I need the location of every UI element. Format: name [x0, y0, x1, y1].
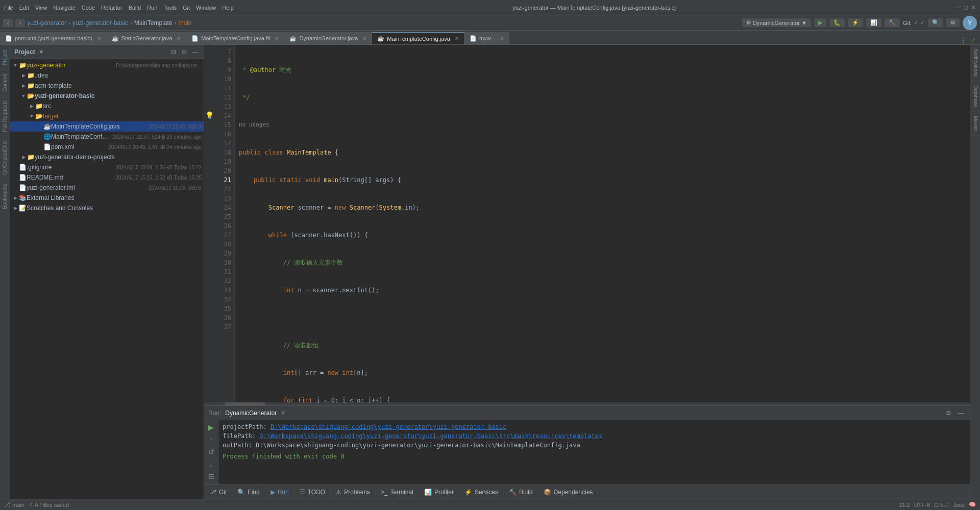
tab-myw[interactable]: 📄 myw... ✕: [464, 32, 509, 44]
tree-item-basic[interactable]: ▼ 📂 yuzi-generator-basic: [10, 91, 204, 101]
bottom-tab-build[interactable]: 🔨 Build: [504, 485, 538, 499]
menu-edit[interactable]: Edit: [19, 5, 29, 11]
tree-item-scratches[interactable]: ▶ 📝 Scratches and Consoles: [10, 203, 204, 213]
search-everywhere-button[interactable]: 🔍: [928, 18, 943, 27]
run-path-link-1[interactable]: D:\Workspace\shiguang-coding\yuzi-genera…: [271, 423, 506, 430]
tree-item-main-config[interactable]: ☕ MainTemplateConfig.java 2024/6/17 22:4…: [10, 121, 204, 132]
tree-item-src[interactable]: ▶ 📁 src: [10, 101, 204, 111]
menu-file[interactable]: File: [4, 5, 13, 11]
menu-navigate[interactable]: Navigate: [53, 5, 75, 11]
window-close[interactable]: ✕: [971, 4, 976, 11]
menu-run[interactable]: Run: [147, 5, 157, 11]
status-encoding[interactable]: UTF-8: [914, 502, 930, 508]
run-config-name[interactable]: DynamicGenerator: [225, 410, 277, 417]
menu-git[interactable]: Git: [183, 5, 190, 11]
left-tab-commit[interactable]: Commit: [1, 69, 9, 95]
menu-window[interactable]: Window: [196, 5, 216, 11]
left-tab-pull-requests[interactable]: Pull Requests: [1, 96, 9, 136]
settings-button[interactable]: ⚙: [946, 18, 960, 27]
debug-button[interactable]: 🐛: [829, 18, 845, 27]
tab-static-generator[interactable]: ☕ StaticGenerator.java ✕: [107, 32, 187, 44]
tree-item-gitignore[interactable]: 📄 .gitignore 2024/6/17 15:09, 2.56 kB To…: [10, 162, 204, 172]
menu-refactor[interactable]: Refactor: [101, 5, 122, 11]
breadcrumb-method[interactable]: main: [178, 19, 191, 27]
tree-item-html[interactable]: 🌐 MainTemplateConfig.html 2024/6/17 21:3…: [10, 132, 204, 142]
right-tab-database[interactable]: Database: [970, 81, 980, 112]
bottom-tab-profiler[interactable]: 📊 Profiler: [419, 485, 459, 499]
bottom-tab-run[interactable]: ▶ Run: [265, 485, 295, 499]
left-tab-bookmarks[interactable]: Bookmarks: [1, 179, 9, 213]
menu-view[interactable]: View: [35, 5, 47, 11]
user-avatar[interactable]: Y: [963, 16, 977, 30]
run-tab-close[interactable]: ✕: [281, 410, 285, 416]
tab-close-ftl[interactable]: ✕: [275, 36, 279, 41]
status-file-type[interactable]: Java: [953, 502, 965, 508]
lightbulb-icon[interactable]: 💡: [205, 111, 214, 119]
status-line-sep[interactable]: CRLF: [934, 502, 949, 508]
run-settings-btn[interactable]: ⚙: [944, 409, 953, 418]
menu-bar[interactable]: File Edit View Navigate Code Refactor Bu…: [4, 5, 234, 11]
tab-close-main[interactable]: ✕: [455, 36, 459, 41]
run-play-btn[interactable]: ▶: [207, 422, 215, 432]
tree-item-target[interactable]: ▼ 📂 target: [10, 111, 204, 121]
tree-item-demo[interactable]: ▶ 📁 yuzi-generator-demo-projects: [10, 152, 204, 162]
left-tab-project[interactable]: Project: [1, 45, 9, 69]
panel-settings[interactable]: ⚙: [180, 48, 188, 56]
coverage-button[interactable]: ⚡: [848, 18, 863, 27]
run-scroll-btn[interactable]: ⊟: [207, 471, 215, 481]
tree-item-external-libs[interactable]: ▶ 📚 External Libraries: [10, 193, 204, 203]
profile-button[interactable]: 📊: [866, 18, 881, 27]
bottom-tab-find[interactable]: 🔍 Find: [232, 485, 265, 499]
bottom-tab-services[interactable]: ⚡ Services: [459, 485, 504, 499]
run-path-link-2[interactable]: D:\Workspace\shiguang-coding\yuzi-genera…: [259, 432, 602, 440]
tab-main-template-config[interactable]: ☕ MainTemplateConfig.java ✕: [372, 32, 464, 44]
left-tab-copilot[interactable]: Git/CopilotChat: [1, 136, 9, 179]
tree-item-acm[interactable]: ▶ 📁 acm-template: [10, 81, 204, 91]
code-content[interactable]: * @author 时光 */ no usages public class M…: [235, 45, 970, 402]
tree-item-idea[interactable]: ▶ 📁 .idea: [10, 70, 204, 81]
bottom-tab-dependencies[interactable]: 📦 Dependencies: [538, 485, 599, 499]
tree-item-readme[interactable]: 📄 README.md 2024/6/17 15:25, 2.52 kB Tod…: [10, 172, 204, 183]
back-button[interactable]: ‹: [3, 19, 13, 27]
tab-dynamic-generator[interactable]: ☕ DynamicGenerator.java ✕: [284, 32, 372, 44]
status-memory[interactable]: 🧠: [969, 501, 976, 508]
bottom-tab-git[interactable]: ⎇ Git: [204, 485, 232, 499]
forward-button[interactable]: ›: [15, 19, 26, 27]
bottom-tab-terminal[interactable]: >_ Terminal: [376, 485, 419, 499]
tab-overflow-btn[interactable]: ⋮: [960, 36, 967, 44]
status-git-branch[interactable]: ⎇ main: [4, 501, 24, 508]
tree-item-yuzi-generator[interactable]: ▼ 📁 yuzi-generator D:\Workspace\shiguang…: [10, 60, 204, 70]
tab-main-template-ftl[interactable]: 📄 MainTemplateConfig.java.ftl ✕: [186, 32, 284, 44]
run-rerun-btn[interactable]: ↺: [207, 447, 215, 457]
tree-item-pom[interactable]: 📄 pom.xml 2024/6/17 20:49, 1.87 kB 24 mi…: [10, 142, 204, 152]
bottom-tab-todo[interactable]: ☰ TODO: [295, 485, 331, 499]
right-tab-notifications[interactable]: Notifications: [970, 45, 980, 81]
menu-build[interactable]: Build: [129, 5, 141, 11]
status-lines[interactable]: 21:2: [899, 502, 910, 508]
menu-code[interactable]: Code: [82, 5, 95, 11]
window-minimize[interactable]: —: [955, 4, 961, 11]
menu-tools[interactable]: Tools: [163, 5, 177, 11]
tab-close-pom[interactable]: ✕: [97, 36, 101, 41]
run-stop-up-btn[interactable]: ↑: [208, 435, 214, 445]
breadcrumb-class[interactable]: MainTemplate: [134, 19, 173, 27]
menu-help[interactable]: Help: [222, 5, 234, 11]
right-tab-maven[interactable]: Maven: [970, 112, 980, 136]
run-stop-down-btn[interactable]: ↓: [208, 459, 214, 469]
window-maximize[interactable]: □: [964, 4, 968, 11]
tab-close-myw[interactable]: ✕: [500, 36, 504, 41]
status-check-item[interactable]: ✓ All files saved: [29, 501, 69, 508]
run-minimize-btn[interactable]: —: [955, 409, 966, 418]
tree-item-iml[interactable]: 📄 yuzi-generator.iml 2024/6/17 15:09, 58…: [10, 183, 204, 193]
tab-pom-xml[interactable]: 📄 pom.xml (yuzi-generator-basic) ✕: [0, 32, 107, 44]
build-button[interactable]: 🔨: [885, 18, 900, 27]
code-editor[interactable]: 💡 7 8 9 10 11 12 13 14 15 16 17 18 19: [204, 45, 970, 402]
run-button[interactable]: ▶: [814, 18, 826, 27]
run-config-selector[interactable]: ⚙ DynamicGenerator ▼: [742, 18, 811, 27]
project-dropdown-icon[interactable]: ▼: [38, 48, 44, 56]
tab-close-dynamic[interactable]: ✕: [362, 36, 366, 41]
tab-close-static[interactable]: ✕: [177, 36, 181, 41]
panel-collapse-all[interactable]: ⊟: [169, 48, 178, 56]
breadcrumb-root[interactable]: yuzi-generator: [27, 19, 66, 27]
bottom-tab-problems[interactable]: ⚠ Problems: [331, 485, 376, 499]
